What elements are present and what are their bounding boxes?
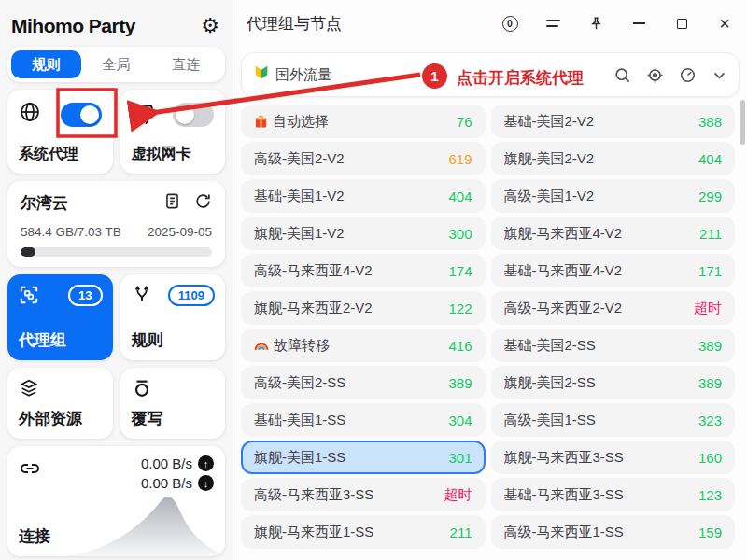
profile-card[interactable]: 尔湾云 584.4 GB/7.03 TB 2025-09-05	[7, 181, 225, 267]
sidebar-item-override[interactable]: 覆写	[120, 368, 226, 439]
override-label: 覆写	[132, 408, 163, 429]
node-latency: 301	[448, 450, 472, 466]
node-latency: 174	[448, 263, 472, 279]
node-label: 高级-美国1-SS	[504, 412, 596, 429]
node-row[interactable]: 高级-马来西亚1-SS159	[491, 515, 736, 549]
pin-icon[interactable]	[586, 14, 605, 33]
resources-label: 外部资源	[19, 408, 82, 429]
rules-badge: 1109	[168, 285, 215, 306]
tun-card[interactable]: 虚拟网卡	[120, 90, 226, 174]
node-latency: 389	[698, 338, 722, 354]
upload-speed: 0.00 B/s	[141, 455, 192, 471]
node-row[interactable]: 高级-美国2-SS389	[241, 366, 486, 399]
node-latency: 123	[698, 487, 722, 503]
lines-icon[interactable]	[543, 14, 562, 33]
sidebar-item-connections[interactable]: 0.00 B/s↑ 0.00 B/s↓ 连接	[7, 446, 225, 556]
node-row[interactable]: 基础-马来西亚4-V2171	[491, 254, 736, 287]
node-row[interactable]: 基础-美国2-V2388	[491, 105, 736, 138]
node-row[interactable]: 旗舰-美国2-SS389	[491, 366, 736, 399]
node-latency: 211	[450, 525, 472, 540]
node-row[interactable]: 基础-马来西亚3-SS123	[491, 478, 736, 511]
node-row[interactable]: 旗舰-马来西亚4-V2211	[491, 217, 736, 250]
node-label: 基础-美国1-SS	[254, 412, 345, 429]
node-label: 基础-美国1-V2	[254, 188, 345, 205]
scrollbar[interactable]	[740, 100, 745, 145]
profile-edit-icon[interactable]	[163, 192, 181, 214]
profile-usage: 584.4 GB/7.03 TB	[21, 225, 121, 239]
node-label: 基础-美国2-V2	[504, 113, 595, 131]
minimize-button[interactable]	[629, 14, 648, 33]
node-row[interactable]: 高级-马来西亚3-SS超时	[241, 478, 486, 511]
node-grid: 自动选择76基础-美国2-V2388高级-美国2-V2619旗舰-美国2-V24…	[233, 105, 747, 549]
connections-label: 连接	[19, 525, 50, 547]
node-latency: 416	[448, 338, 472, 354]
close-button[interactable]: ×	[715, 14, 734, 33]
node-label: 高级-马来西亚1-SS	[504, 524, 624, 541]
node-label: 旗舰-美国1-V2	[254, 225, 345, 243]
speedtest-icon[interactable]	[679, 66, 697, 84]
search-icon[interactable]	[613, 66, 631, 84]
app-window: Mihomo Party ⚙ 规则 全局 直连 系统代理	[0, 0, 747, 560]
tab-rule-mode[interactable]: 规则	[11, 50, 81, 78]
rules-label: 规则	[132, 329, 163, 351]
node-row[interactable]: 旗舰-美国1-SS301	[241, 441, 486, 474]
gift-icon	[254, 115, 268, 129]
node-row[interactable]: 高级-美国1-SS323	[491, 403, 736, 437]
node-latency: 171	[698, 263, 722, 279]
node-row[interactable]: 基础-美国1-SS304	[241, 403, 486, 437]
tab-direct-mode[interactable]: 直连	[151, 50, 221, 78]
title-bar: 代理组与节点 0 ×	[233, 0, 747, 47]
node-row[interactable]: 基础-美国1-V2404	[241, 179, 486, 213]
locate-icon[interactable]	[646, 66, 664, 84]
node-label: 高级-马来西亚4-V2	[254, 262, 373, 280]
sidebar-item-rules[interactable]: 1109 规则	[120, 274, 226, 360]
proxy-group-header[interactable]: 国外流量	[241, 52, 740, 97]
node-latency: 304	[448, 413, 472, 428]
node-latency: 122	[448, 301, 472, 316]
sidebar-item-proxy-groups[interactable]: 13 代理组	[7, 274, 113, 360]
node-row[interactable]: 旗舰-马来西亚2-V2122	[241, 291, 486, 325]
node-label: 高级-马来西亚3-SS	[254, 486, 374, 504]
node-latency: 389	[698, 375, 722, 391]
node-row[interactable]: 高级-马来西亚4-V2174	[241, 254, 486, 287]
node-row[interactable]: 高级-美国2-V2619	[241, 142, 486, 175]
page-title: 代理组与节点	[247, 13, 342, 35]
system-proxy-toggle[interactable]	[61, 103, 102, 127]
rules-icon	[132, 292, 152, 308]
node-row[interactable]: 旗舰-美国2-V2404	[491, 142, 736, 175]
node-latency: 404	[698, 151, 722, 167]
traffic-chart	[57, 489, 225, 556]
node-latency: 211	[699, 226, 722, 242]
tab-global-mode[interactable]: 全局	[81, 50, 151, 78]
node-row[interactable]: 基础-美国2-SS389	[491, 329, 736, 362]
link-icon	[19, 467, 41, 483]
node-label: 基础-马来西亚3-SS	[504, 486, 624, 504]
chevron-down-icon[interactable]	[712, 67, 727, 83]
virtual-nic-icon	[132, 112, 156, 128]
settings-gear-icon[interactable]: ⚙	[201, 16, 219, 36]
node-label: 旗舰-马来西亚3-SS	[504, 449, 624, 467]
node-row[interactable]: 旗舰-马来西亚1-SS211	[241, 515, 486, 549]
proxy-groups-label: 代理组	[19, 329, 66, 351]
node-latency: 619	[448, 151, 472, 167]
node-row[interactable]: 旗舰-美国1-V2300	[241, 217, 486, 250]
node-row[interactable]: 高级-美国1-V2299	[491, 179, 736, 213]
profile-date: 2025-09-05	[148, 225, 212, 239]
system-proxy-label: 系统代理	[19, 145, 78, 164]
node-latency: 159	[698, 525, 722, 540]
node-latency: 389	[448, 375, 472, 391]
sidebar-item-resources[interactable]: 外部资源	[7, 368, 113, 439]
node-row[interactable]: 高级-马来西亚2-V2超时	[491, 291, 736, 325]
system-proxy-card[interactable]: 系统代理	[7, 90, 113, 174]
node-row[interactable]: 旗舰-马来西亚3-SS160	[491, 441, 736, 474]
node-row[interactable]: 自动选择76	[241, 105, 486, 138]
mode-indicator-icon[interactable]: 0	[500, 14, 519, 33]
node-latency: 160	[698, 450, 722, 466]
profile-refresh-icon[interactable]	[194, 192, 212, 214]
tun-label: 虚拟网卡	[132, 145, 191, 164]
maximize-button[interactable]	[672, 14, 691, 33]
node-row[interactable]: 故障转移416	[241, 329, 486, 362]
tun-toggle[interactable]	[173, 103, 214, 127]
node-latency: 76	[457, 114, 472, 130]
node-label: 旗舰-马来西亚1-SS	[254, 524, 374, 541]
